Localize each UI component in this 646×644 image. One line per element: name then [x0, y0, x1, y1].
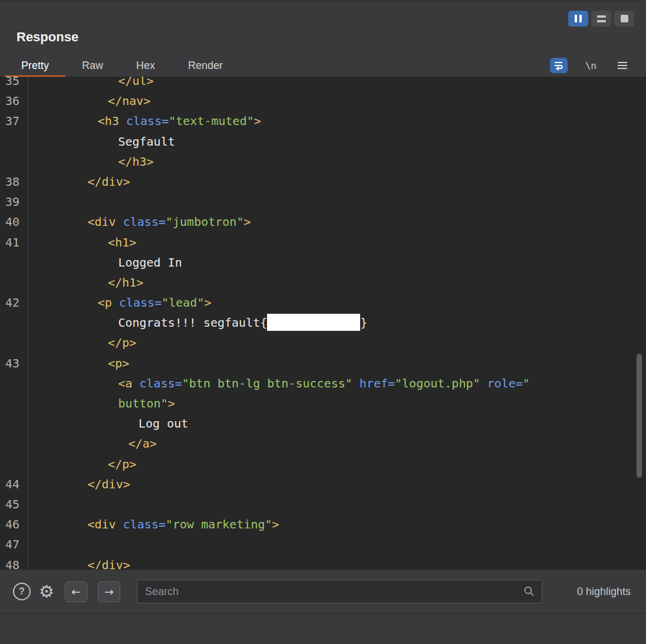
square-layout-icon: [621, 15, 628, 22]
line-number: [0, 272, 28, 293]
editor-tools: \n: [550, 57, 646, 74]
line-number: [0, 393, 28, 413]
word-wrap-button[interactable]: [550, 58, 568, 73]
line-number: [0, 433, 28, 454]
response-tab-row: Pretty Raw Hex Render \n: [0, 54, 646, 77]
line-number: [0, 252, 28, 272]
burp-response-panel: Response Pretty Raw Hex Render: [0, 0, 646, 644]
line-number: 40: [0, 212, 28, 232]
line-number: [0, 132, 28, 152]
line-number: 35: [0, 77, 28, 91]
line-number: [0, 454, 28, 474]
layout-button-group: [568, 11, 634, 27]
rows-layout-icon: [597, 15, 606, 22]
code-line: 39: [0, 192, 646, 212]
line-number: 41: [0, 232, 28, 252]
line-number: 48: [0, 555, 28, 570]
arrow-right-icon: →: [104, 585, 114, 598]
line-number: [0, 333, 28, 353]
response-view-tabs: Pretty Raw Hex Render: [0, 54, 646, 77]
line-number: 42: [0, 293, 28, 313]
layout-single-button[interactable]: [614, 11, 634, 27]
line-number: 46: [0, 514, 28, 534]
code-line: Segfault: [0, 132, 646, 152]
search-field-wrap: [137, 580, 542, 603]
line-number: [0, 373, 28, 393]
scrollbar-thumb[interactable]: [637, 354, 642, 478]
gear-icon: ⚙: [39, 581, 54, 602]
code-line: button">: [0, 393, 646, 413]
code-line: <a class="btn btn-lg btn-success" href="…: [0, 373, 646, 393]
line-number: 43: [0, 353, 28, 373]
code-line: 42<p class="lead">: [0, 293, 646, 313]
code-line: </p>: [0, 333, 646, 353]
word-wrap-icon: [553, 61, 564, 70]
code-editor: 35</ul>36</nav>37<h3 class="text-muted">…: [0, 77, 646, 569]
settings-button[interactable]: ⚙: [39, 583, 54, 600]
editor-menu-button[interactable]: [618, 62, 627, 69]
code-line: 36</nav>: [0, 91, 646, 111]
layout-rows-button[interactable]: [591, 11, 611, 27]
search-input[interactable]: [137, 580, 542, 603]
highlights-count: 0 highlights: [577, 586, 631, 598]
hamburger-icon: [618, 62, 627, 63]
code-line: </h1>: [0, 272, 646, 293]
line-number: 36: [0, 91, 28, 111]
help-button[interactable]: ?: [13, 583, 31, 600]
previous-match-button[interactable]: ←: [65, 581, 87, 602]
code-line: 35</ul>: [0, 77, 646, 91]
line-number: [0, 313, 28, 333]
code-line: 40<div class="jumbotron">: [0, 212, 646, 232]
arrow-left-icon: ←: [71, 585, 81, 598]
search-icon: [523, 586, 535, 597]
code-line: 43<p>: [0, 353, 646, 373]
line-number: 39: [0, 192, 28, 212]
line-number: 37: [0, 111, 28, 131]
tab-pretty[interactable]: Pretty: [5, 54, 65, 77]
line-number: [0, 413, 28, 433]
line-number: 38: [0, 172, 28, 192]
code-rows: 35</ul>36</nav>37<h3 class="text-muted">…: [0, 77, 646, 569]
code-line: 38</div>: [0, 172, 646, 192]
code-line: Congrats!!! segfault{}: [0, 313, 646, 333]
tab-raw[interactable]: Raw: [65, 54, 120, 77]
code-line: 48</div>: [0, 555, 646, 570]
line-number: [0, 152, 28, 172]
next-match-button[interactable]: →: [98, 581, 120, 602]
search-toolbar: ? ⚙ ← → 0 highlights: [0, 569, 646, 613]
tab-hex[interactable]: Hex: [120, 54, 172, 77]
code-line: 45: [0, 494, 646, 514]
layout-columns-button[interactable]: [568, 11, 588, 27]
help-icon: ?: [19, 586, 25, 597]
code-line: </a>: [0, 433, 646, 454]
tab-render[interactable]: Render: [172, 54, 239, 77]
code-line: Logged In: [0, 252, 646, 272]
bottom-strip: [0, 613, 646, 644]
code-line: 46<div class="row marketing">: [0, 514, 646, 534]
code-line: 44</div>: [0, 474, 646, 494]
code-line: 47: [0, 534, 646, 554]
columns-layout-icon: [575, 15, 582, 22]
code-line: 41<h1>: [0, 232, 646, 252]
code-line: </h3>: [0, 152, 646, 172]
code-line: 37<h3 class="text-muted">: [0, 111, 646, 131]
code-line: </p>: [0, 454, 646, 474]
code-line: Log out: [0, 413, 646, 433]
redaction-box: [267, 314, 360, 331]
line-number: 47: [0, 534, 28, 554]
line-number: 45: [0, 494, 28, 514]
line-number: 44: [0, 474, 28, 494]
newline-toggle-button[interactable]: \n: [585, 60, 596, 71]
response-header: Response Pretty Raw Hex Render: [0, 0, 646, 77]
panel-title: Response: [17, 29, 78, 45]
